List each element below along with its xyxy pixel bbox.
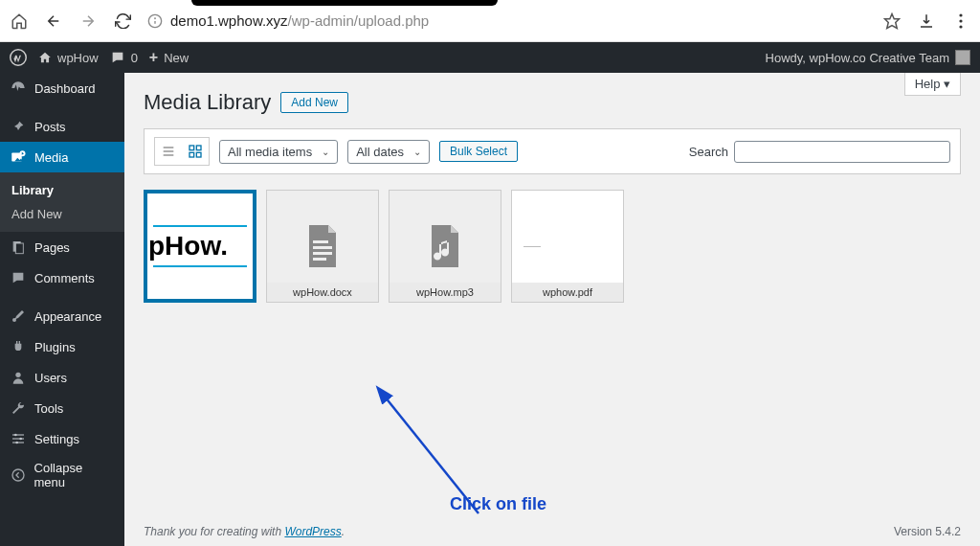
- version-text: Version 5.4.2: [894, 525, 961, 538]
- download-icon[interactable]: [917, 11, 936, 31]
- svg-point-19: [19, 438, 22, 441]
- add-new-button[interactable]: Add New: [280, 92, 348, 113]
- sidebar-item-tools[interactable]: Tools: [0, 393, 124, 423]
- browser-toolbar: demo1.wphow.xyz/wp-admin/upload.php: [0, 0, 980, 42]
- list-view-button[interactable]: [155, 138, 182, 165]
- media-caption: wpHow.docx: [267, 283, 378, 302]
- collapse-icon: [10, 466, 27, 484]
- wp-footer: Thank you for creating with WordPress. V…: [144, 525, 961, 538]
- view-mode-switch: [154, 137, 210, 166]
- grid-view-button[interactable]: [182, 138, 209, 165]
- svg-point-7: [959, 25, 962, 28]
- svg-rect-29: [313, 240, 328, 243]
- svg-rect-25: [189, 146, 194, 150]
- sidebar-item-users[interactable]: Users: [0, 362, 124, 393]
- search-label: Search: [689, 145, 728, 159]
- date-filter[interactable]: All dates⌄: [347, 140, 430, 164]
- media-icon: [10, 148, 27, 166]
- comments-icon: [10, 269, 27, 286]
- new-label: New: [164, 51, 189, 65]
- svg-rect-30: [313, 246, 332, 249]
- svg-rect-27: [189, 152, 194, 157]
- url-path: /wp-admin/upload.php: [288, 12, 430, 29]
- svg-point-6: [959, 19, 962, 22]
- site-link[interactable]: wpHow: [38, 51, 99, 65]
- document-icon: [300, 223, 345, 269]
- sidebar-item-media[interactable]: Media: [0, 142, 124, 172]
- pin-icon: [10, 118, 27, 135]
- admin-sidebar: Dashboard Posts Media Library Add New Pa…: [0, 73, 124, 546]
- sidebar-sub-library[interactable]: Library: [0, 178, 124, 202]
- sidebar-item-comments[interactable]: Comments: [0, 262, 124, 293]
- house-icon: [38, 51, 52, 64]
- sidebar-sub-add-new[interactable]: Add New: [0, 202, 124, 226]
- sidebar-item-pages[interactable]: Pages: [0, 232, 124, 262]
- svg-point-5: [959, 13, 962, 16]
- sidebar-item-dashboard[interactable]: Dashboard: [0, 73, 124, 103]
- new-link[interactable]: + New: [149, 49, 189, 66]
- annotation-text: Click on file: [450, 494, 546, 514]
- plus-icon: +: [149, 49, 158, 66]
- search-input[interactable]: [734, 141, 950, 163]
- comments-count: 0: [131, 51, 138, 65]
- forward-icon[interactable]: [78, 11, 98, 31]
- filter-bar: All media items⌄ All dates⌄ Bulk Select …: [144, 128, 961, 174]
- audio-icon: [422, 223, 468, 269]
- sliders-icon: [10, 430, 27, 447]
- sidebar-item-collapse[interactable]: Collapse menu: [0, 454, 124, 496]
- gauge-icon: [10, 80, 27, 97]
- media-grid: pHow. wpHow.docx wpHow.mp3 wphow.pdf: [144, 190, 961, 303]
- chevron-down-icon: ⌄: [322, 147, 329, 157]
- address-bar[interactable]: demo1.wphow.xyz/wp-admin/upload.php: [147, 12, 867, 29]
- media-item-image[interactable]: pHow.: [144, 190, 256, 303]
- svg-rect-32: [313, 258, 326, 261]
- wp-logo-icon[interactable]: [10, 49, 27, 66]
- howdy-user[interactable]: Howdy, wpHow.co Creative Team: [766, 50, 980, 65]
- back-icon[interactable]: [44, 11, 63, 31]
- user-icon: [10, 369, 27, 386]
- plug-icon: [10, 338, 27, 355]
- avatar: [955, 50, 970, 65]
- svg-rect-28: [196, 152, 201, 157]
- svg-rect-15: [12, 434, 24, 435]
- annotation-arrow: [373, 379, 507, 533]
- media-item-docx[interactable]: wpHow.docx: [266, 190, 379, 303]
- sidebar-item-appearance[interactable]: Appearance: [0, 301, 124, 331]
- media-item-mp3[interactable]: wpHow.mp3: [389, 190, 501, 303]
- info-icon: [147, 13, 163, 29]
- main-content: Help ▾ Media Library Add New All media i…: [124, 73, 980, 546]
- svg-rect-12: [15, 243, 23, 254]
- kebab-icon[interactable]: [951, 11, 970, 31]
- sidebar-submenu-media: Library Add New: [0, 172, 124, 232]
- comments-link[interactable]: 0: [110, 50, 138, 65]
- chevron-down-icon: ▾: [944, 77, 950, 91]
- pages-icon: [10, 239, 27, 256]
- star-icon[interactable]: [882, 11, 902, 31]
- home-icon[interactable]: [10, 11, 29, 31]
- sidebar-item-settings[interactable]: Settings: [0, 423, 124, 454]
- page-title: Media Library: [144, 90, 271, 115]
- svg-rect-16: [12, 438, 24, 439]
- svg-point-21: [12, 469, 24, 481]
- svg-marker-3: [885, 13, 900, 28]
- reload-icon[interactable]: [113, 11, 132, 31]
- svg-point-20: [15, 442, 18, 444]
- browser-tab-strip: [191, 0, 498, 6]
- wrench-icon: [10, 399, 27, 417]
- wp-admin-bar: wpHow 0 + New Howdy, wpHow.co Creative T…: [0, 42, 980, 73]
- svg-rect-26: [196, 146, 201, 150]
- media-type-filter[interactable]: All media items⌄: [219, 140, 338, 164]
- comment-icon: [110, 50, 125, 65]
- sidebar-item-posts[interactable]: Posts: [0, 111, 124, 142]
- svg-point-14: [15, 373, 20, 377]
- wordpress-link[interactable]: WordPress: [284, 525, 341, 538]
- sidebar-item-plugins[interactable]: Plugins: [0, 331, 124, 362]
- svg-point-13: [12, 318, 16, 322]
- chevron-down-icon: ⌄: [413, 147, 421, 157]
- image-thumbnail: pHow.: [147, 193, 253, 299]
- media-item-pdf[interactable]: wphow.pdf: [511, 190, 624, 303]
- bulk-select-button[interactable]: Bulk Select: [439, 141, 518, 162]
- brush-icon: [10, 307, 27, 325]
- help-tab[interactable]: Help ▾: [904, 73, 961, 96]
- media-caption: wphow.pdf: [512, 283, 623, 302]
